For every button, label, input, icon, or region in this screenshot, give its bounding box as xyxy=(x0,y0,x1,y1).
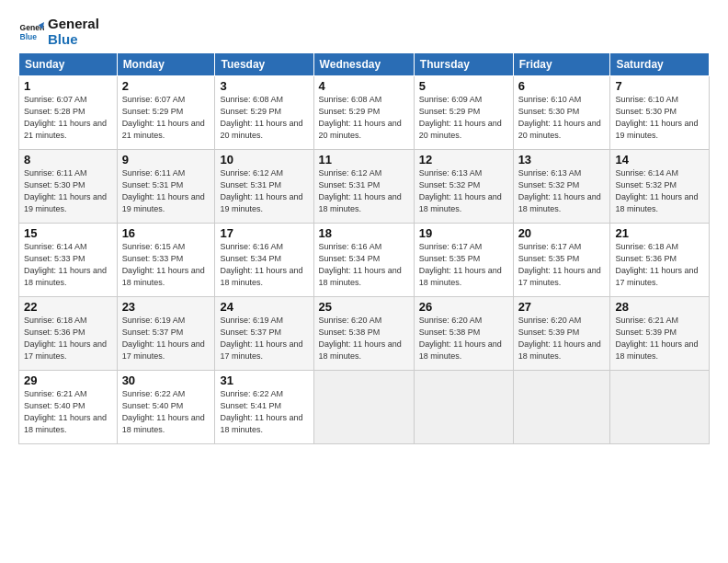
calendar-cell xyxy=(513,371,610,444)
day-info: Sunrise: 6:12 AMSunset: 5:31 PMDaylight:… xyxy=(220,167,308,215)
calendar-cell: 20Sunrise: 6:17 AMSunset: 5:35 PMDayligh… xyxy=(513,224,610,297)
calendar-cell: 28Sunrise: 6:21 AMSunset: 5:39 PMDayligh… xyxy=(610,297,710,371)
day-info: Sunrise: 6:11 AMSunset: 5:31 PMDaylight:… xyxy=(122,167,210,215)
day-number: 22 xyxy=(24,300,112,314)
day-info: Sunrise: 6:07 AMSunset: 5:29 PMDaylight:… xyxy=(122,94,210,142)
column-header-thursday: Thursday xyxy=(414,53,513,76)
day-number: 26 xyxy=(419,300,508,314)
day-info: Sunrise: 6:22 AMSunset: 5:40 PMDaylight:… xyxy=(122,388,210,436)
svg-text:Blue: Blue xyxy=(20,31,38,40)
calendar-cell: 23Sunrise: 6:19 AMSunset: 5:37 PMDayligh… xyxy=(117,297,215,371)
calendar-cell: 29Sunrise: 6:21 AMSunset: 5:40 PMDayligh… xyxy=(19,371,118,444)
column-header-friday: Friday xyxy=(513,53,610,76)
day-number: 24 xyxy=(220,300,308,314)
calendar-cell xyxy=(610,371,710,444)
day-info: Sunrise: 6:10 AMSunset: 5:30 PMDaylight:… xyxy=(615,94,704,142)
column-header-wednesday: Wednesday xyxy=(313,53,414,76)
day-number: 21 xyxy=(615,226,704,240)
page: General Blue General Blue SundayMondayTu… xyxy=(0,0,728,454)
day-info: Sunrise: 6:13 AMSunset: 5:32 PMDaylight:… xyxy=(518,167,606,215)
day-info: Sunrise: 6:11 AMSunset: 5:30 PMDaylight:… xyxy=(24,167,112,215)
day-number: 17 xyxy=(220,226,308,240)
day-number: 19 xyxy=(419,226,508,240)
day-info: Sunrise: 6:09 AMSunset: 5:29 PMDaylight:… xyxy=(419,94,508,142)
calendar-cell: 30Sunrise: 6:22 AMSunset: 5:40 PMDayligh… xyxy=(117,371,215,444)
calendar-cell xyxy=(313,371,414,444)
day-number: 16 xyxy=(122,226,210,240)
day-info: Sunrise: 6:07 AMSunset: 5:28 PMDaylight:… xyxy=(24,94,112,142)
column-header-saturday: Saturday xyxy=(610,53,710,76)
logo-text: General Blue xyxy=(48,17,99,47)
day-info: Sunrise: 6:16 AMSunset: 5:34 PMDaylight:… xyxy=(220,241,308,289)
day-number: 7 xyxy=(615,79,704,93)
day-number: 14 xyxy=(615,153,704,167)
day-number: 13 xyxy=(518,153,606,167)
day-number: 15 xyxy=(24,226,112,240)
day-number: 1 xyxy=(24,79,112,93)
header: General Blue General Blue xyxy=(18,17,710,47)
calendar-cell: 6Sunrise: 6:10 AMSunset: 5:30 PMDaylight… xyxy=(513,76,610,150)
day-info: Sunrise: 6:14 AMSunset: 5:32 PMDaylight:… xyxy=(615,167,704,215)
day-info: Sunrise: 6:17 AMSunset: 5:35 PMDaylight:… xyxy=(518,241,606,289)
day-number: 12 xyxy=(419,153,508,167)
calendar-cell: 13Sunrise: 6:13 AMSunset: 5:32 PMDayligh… xyxy=(513,150,610,224)
logo-icon: General Blue xyxy=(18,19,44,45)
day-info: Sunrise: 6:20 AMSunset: 5:39 PMDaylight:… xyxy=(518,315,606,362)
column-header-monday: Monday xyxy=(117,53,215,76)
calendar-cell xyxy=(414,371,513,444)
calendar-week-row: 29Sunrise: 6:21 AMSunset: 5:40 PMDayligh… xyxy=(19,371,710,444)
day-info: Sunrise: 6:17 AMSunset: 5:35 PMDaylight:… xyxy=(419,241,508,289)
day-info: Sunrise: 6:14 AMSunset: 5:33 PMDaylight:… xyxy=(24,241,112,289)
day-info: Sunrise: 6:18 AMSunset: 5:36 PMDaylight:… xyxy=(24,315,112,362)
day-number: 2 xyxy=(122,79,210,93)
day-info: Sunrise: 6:08 AMSunset: 5:29 PMDaylight:… xyxy=(319,94,409,142)
day-info: Sunrise: 6:13 AMSunset: 5:32 PMDaylight:… xyxy=(419,167,508,215)
calendar-cell: 10Sunrise: 6:12 AMSunset: 5:31 PMDayligh… xyxy=(215,150,313,224)
calendar-cell: 1Sunrise: 6:07 AMSunset: 5:28 PMDaylight… xyxy=(19,76,118,150)
calendar-cell: 15Sunrise: 6:14 AMSunset: 5:33 PMDayligh… xyxy=(19,224,118,297)
calendar-cell: 3Sunrise: 6:08 AMSunset: 5:29 PMDaylight… xyxy=(215,76,313,150)
day-number: 27 xyxy=(518,300,606,314)
day-number: 10 xyxy=(220,153,308,167)
day-info: Sunrise: 6:10 AMSunset: 5:30 PMDaylight:… xyxy=(518,94,606,142)
day-info: Sunrise: 6:15 AMSunset: 5:33 PMDaylight:… xyxy=(122,241,210,289)
calendar-cell: 26Sunrise: 6:20 AMSunset: 5:38 PMDayligh… xyxy=(414,297,513,371)
calendar: SundayMondayTuesdayWednesdayThursdayFrid… xyxy=(18,52,710,444)
day-number: 20 xyxy=(518,226,606,240)
calendar-cell: 18Sunrise: 6:16 AMSunset: 5:34 PMDayligh… xyxy=(313,224,414,297)
calendar-week-row: 1Sunrise: 6:07 AMSunset: 5:28 PMDaylight… xyxy=(19,76,710,150)
day-number: 9 xyxy=(122,153,210,167)
day-info: Sunrise: 6:18 AMSunset: 5:36 PMDaylight:… xyxy=(615,241,704,289)
day-info: Sunrise: 6:19 AMSunset: 5:37 PMDaylight:… xyxy=(220,315,308,362)
day-number: 23 xyxy=(122,300,210,314)
logo: General Blue General Blue xyxy=(18,17,99,47)
day-number: 30 xyxy=(122,373,210,387)
day-number: 18 xyxy=(319,226,409,240)
calendar-cell: 12Sunrise: 6:13 AMSunset: 5:32 PMDayligh… xyxy=(414,150,513,224)
calendar-week-row: 22Sunrise: 6:18 AMSunset: 5:36 PMDayligh… xyxy=(19,297,710,371)
calendar-cell: 17Sunrise: 6:16 AMSunset: 5:34 PMDayligh… xyxy=(215,224,313,297)
calendar-cell: 7Sunrise: 6:10 AMSunset: 5:30 PMDaylight… xyxy=(610,76,710,150)
day-number: 31 xyxy=(220,373,308,387)
day-number: 25 xyxy=(319,300,409,314)
calendar-cell: 9Sunrise: 6:11 AMSunset: 5:31 PMDaylight… xyxy=(117,150,215,224)
calendar-cell: 5Sunrise: 6:09 AMSunset: 5:29 PMDaylight… xyxy=(414,76,513,150)
day-number: 29 xyxy=(24,373,112,387)
day-number: 11 xyxy=(319,153,409,167)
day-number: 3 xyxy=(220,79,308,93)
calendar-cell: 21Sunrise: 6:18 AMSunset: 5:36 PMDayligh… xyxy=(610,224,710,297)
calendar-cell: 24Sunrise: 6:19 AMSunset: 5:37 PMDayligh… xyxy=(215,297,313,371)
calendar-cell: 2Sunrise: 6:07 AMSunset: 5:29 PMDaylight… xyxy=(117,76,215,150)
calendar-cell: 31Sunrise: 6:22 AMSunset: 5:41 PMDayligh… xyxy=(215,371,313,444)
calendar-cell: 11Sunrise: 6:12 AMSunset: 5:31 PMDayligh… xyxy=(313,150,414,224)
day-number: 4 xyxy=(319,79,409,93)
day-info: Sunrise: 6:21 AMSunset: 5:40 PMDaylight:… xyxy=(24,388,112,436)
day-info: Sunrise: 6:20 AMSunset: 5:38 PMDaylight:… xyxy=(419,315,508,362)
day-info: Sunrise: 6:08 AMSunset: 5:29 PMDaylight:… xyxy=(220,94,308,142)
day-number: 5 xyxy=(419,79,508,93)
column-header-tuesday: Tuesday xyxy=(215,53,313,76)
day-info: Sunrise: 6:16 AMSunset: 5:34 PMDaylight:… xyxy=(319,241,409,289)
calendar-cell: 16Sunrise: 6:15 AMSunset: 5:33 PMDayligh… xyxy=(117,224,215,297)
day-info: Sunrise: 6:22 AMSunset: 5:41 PMDaylight:… xyxy=(220,388,308,436)
calendar-cell: 25Sunrise: 6:20 AMSunset: 5:38 PMDayligh… xyxy=(313,297,414,371)
